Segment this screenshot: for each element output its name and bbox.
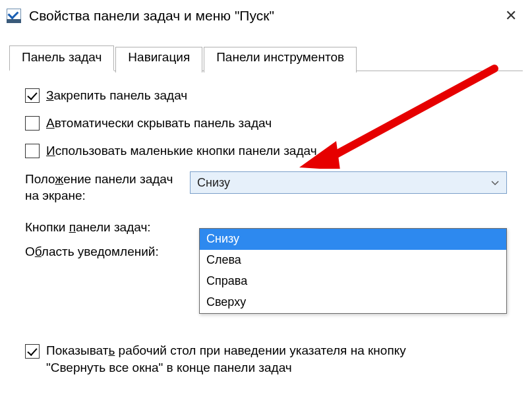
app-icon <box>7 9 21 23</box>
close-button[interactable]: ✕ <box>498 5 524 26</box>
peek-desktop-checkbox[interactable] <box>25 344 40 359</box>
autohide-label[interactable]: Автоматически скрывать панель задач <box>46 116 272 131</box>
window-title: Свойства панели задач и меню "Пуск" <box>29 8 498 24</box>
position-option-right[interactable]: Справа <box>200 271 506 292</box>
peek-desktop-row: Показывать рабочий стол при наведении ук… <box>25 342 507 377</box>
autohide-checkbox[interactable] <box>25 116 40 131</box>
position-value: Снизу <box>197 176 230 190</box>
small-buttons-label[interactable]: Использовать маленькие кнопки панели зад… <box>46 144 317 158</box>
client-area: Панель задач Навигация Панели инструмент… <box>0 33 532 377</box>
position-combobox[interactable]: Снизу <box>190 171 507 194</box>
tab-navigation[interactable]: Навигация <box>115 47 202 73</box>
notification-area-label: Область уведомлений: <box>25 244 190 260</box>
lock-taskbar-row: Закрепить панель задач <box>25 88 507 103</box>
position-option-bottom[interactable]: Снизу <box>200 229 506 250</box>
position-row: Положение панели задач на экране: Снизу <box>25 171 507 204</box>
lock-taskbar-label[interactable]: Закрепить панель задач <box>46 88 187 103</box>
tab-taskbar[interactable]: Панель задач <box>9 45 114 71</box>
tab-strip: Панель задач Навигация Панели инструмент… <box>9 45 523 71</box>
peek-desktop-label[interactable]: Показывать рабочий стол при наведении ук… <box>46 342 406 377</box>
small-buttons-checkbox[interactable] <box>25 144 40 158</box>
close-icon: ✕ <box>505 9 517 23</box>
tab-panel: Закрепить панель задач Автоматически скр… <box>9 71 523 377</box>
autohide-row: Автоматически скрывать панель задач <box>25 116 507 131</box>
chevron-down-icon <box>490 176 500 190</box>
titlebar: Свойства панели задач и меню "Пуск" ✕ <box>0 0 532 33</box>
tab-toolbars[interactable]: Панели инструментов <box>204 47 357 73</box>
position-option-left[interactable]: Слева <box>200 250 506 271</box>
taskbar-buttons-label: Кнопки панели задач: <box>25 220 190 236</box>
position-dropdown-list: Снизу Слева Справа Сверху <box>199 228 507 314</box>
position-label: Положение панели задач на экране: <box>25 171 190 204</box>
dialog-window: Свойства панели задач и меню "Пуск" ✕ Па… <box>0 0 532 412</box>
lock-taskbar-checkbox[interactable] <box>25 88 40 103</box>
position-option-top[interactable]: Сверху <box>200 292 506 313</box>
small-buttons-row: Использовать маленькие кнопки панели зад… <box>25 144 507 158</box>
